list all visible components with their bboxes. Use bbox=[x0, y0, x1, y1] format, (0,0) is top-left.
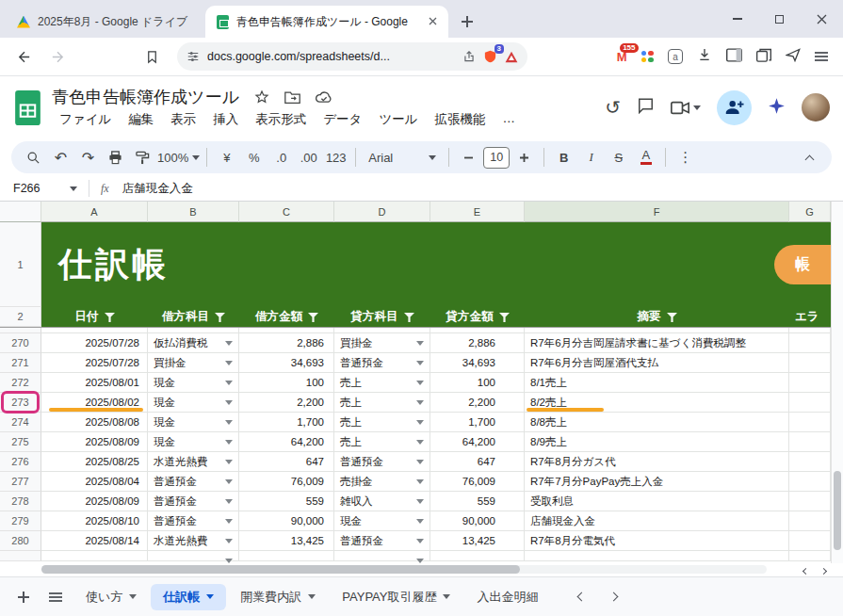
scroll-right-icon[interactable] bbox=[820, 568, 827, 575]
cell-memo[interactable]: R7年7月分PayPay売上入金 bbox=[525, 472, 789, 492]
cell-debit_amount[interactable]: 13,425 bbox=[239, 531, 334, 551]
print-button[interactable] bbox=[103, 145, 128, 170]
cell-credit_account[interactable]: 現金 bbox=[334, 511, 430, 531]
cell-debit_account[interactable]: 仮払消費税 bbox=[148, 333, 239, 353]
filter-icon[interactable] bbox=[404, 313, 414, 322]
cell-credit_amount[interactable]: 64,200 bbox=[430, 432, 525, 452]
share-page-icon[interactable] bbox=[462, 50, 476, 63]
row-number-271[interactable]: 271 bbox=[0, 353, 41, 373]
cell-empty[interactable] bbox=[789, 333, 831, 353]
name-box[interactable]: F266 bbox=[13, 182, 87, 195]
cell-debit_account[interactable]: 現金 bbox=[148, 413, 239, 432]
cell-date[interactable]: 2025/08/01 bbox=[41, 373, 148, 393]
cell-credit_account[interactable]: 売上 bbox=[334, 373, 430, 393]
cell-debit_amount[interactable]: 100 bbox=[239, 373, 334, 393]
italic-button[interactable]: I bbox=[578, 145, 604, 170]
select-all-corner[interactable] bbox=[0, 202, 41, 222]
cell-memo[interactable]: 店舗現金入金 bbox=[525, 511, 789, 531]
cell-memo[interactable]: 8/2売上 bbox=[525, 393, 789, 413]
more-toolbar-button[interactable]: ⋮ bbox=[673, 145, 698, 170]
comments-button[interactable] bbox=[637, 97, 655, 118]
text-color-button[interactable]: A bbox=[633, 145, 658, 170]
table-header-cell-6[interactable]: エラ bbox=[789, 307, 831, 327]
send-button[interactable] bbox=[786, 48, 801, 66]
format-currency-button[interactable]: ¥ bbox=[214, 145, 239, 170]
row-number-273[interactable]: 273 bbox=[0, 393, 41, 413]
sheet-banner[interactable]: 仕訳帳 帳 bbox=[41, 222, 831, 307]
cell-credit_amount[interactable]: 647 bbox=[430, 452, 525, 472]
cell-debit_account[interactable]: 現金 bbox=[148, 432, 239, 452]
gmail-extension-button[interactable]: M 155 bbox=[617, 50, 627, 64]
sheet-tab-4[interactable]: 入出金明細 bbox=[464, 584, 550, 610]
decrease-font-size-button[interactable] bbox=[456, 145, 481, 170]
cell-credit_amount[interactable]: 559 bbox=[430, 492, 525, 511]
close-button[interactable] bbox=[801, 0, 843, 38]
cell-credit_account[interactable]: 売上 bbox=[334, 432, 430, 452]
cell-debit_amount[interactable]: 90,000 bbox=[239, 511, 334, 531]
cell-credit_account[interactable]: 買掛金 bbox=[334, 333, 430, 353]
cell-debit_amount[interactable]: 2,886 bbox=[239, 333, 334, 353]
menu-item-3[interactable]: 挿入 bbox=[205, 109, 246, 130]
cell-date[interactable]: 2025/08/09 bbox=[41, 432, 148, 452]
menu-icon[interactable] bbox=[815, 52, 828, 61]
row-number-275[interactable]: 275 bbox=[0, 432, 41, 452]
bookmarks-button[interactable] bbox=[139, 44, 164, 69]
bold-button[interactable]: B bbox=[551, 145, 576, 170]
vertical-scrollbar[interactable] bbox=[831, 202, 843, 563]
filter-icon[interactable] bbox=[308, 313, 318, 322]
cell-memo[interactable]: 8/1売上 bbox=[525, 373, 789, 393]
table-header-cell-3[interactable]: 貸方科目 bbox=[334, 307, 430, 327]
browser-tab-active[interactable]: 青色申告帳簿作成ツール - Google bbox=[205, 6, 448, 38]
cell-debit_amount[interactable]: 34,693 bbox=[239, 353, 334, 373]
cell-debit_account[interactable]: 現金 bbox=[148, 373, 239, 393]
all-sheets-button[interactable] bbox=[41, 583, 70, 611]
extensions-icon[interactable] bbox=[641, 51, 655, 63]
menu-item-7[interactable]: 拡張機能 bbox=[428, 109, 494, 130]
sheet-tab-3[interactable]: PAYPAY取引履歴 bbox=[330, 584, 462, 610]
column-header-E[interactable]: E bbox=[430, 202, 525, 222]
font-size-input[interactable]: 10 bbox=[483, 147, 510, 169]
filter-icon[interactable] bbox=[667, 313, 677, 322]
column-header-B[interactable]: B bbox=[148, 202, 239, 222]
font-select[interactable]: Arial bbox=[363, 145, 442, 170]
table-header-cell-1[interactable]: 借方科目 bbox=[148, 307, 239, 327]
cell-debit_amount[interactable]: 76,009 bbox=[239, 472, 334, 492]
new-tab-button[interactable] bbox=[454, 8, 480, 35]
cell-credit_account[interactable]: 普通預金 bbox=[334, 531, 430, 551]
cell-empty[interactable] bbox=[789, 511, 831, 531]
cell-memo[interactable]: 8/9売上 bbox=[525, 432, 789, 452]
cell-empty[interactable] bbox=[789, 413, 831, 432]
cell-date[interactable]: 2025/08/02 bbox=[41, 393, 148, 413]
cell-credit_amount[interactable]: 13,425 bbox=[430, 531, 525, 551]
cell-memo[interactable]: 受取利息 bbox=[525, 492, 789, 511]
reader-mode-icon[interactable]: a bbox=[668, 49, 683, 64]
row-number-278[interactable]: 278 bbox=[0, 492, 41, 511]
cell-credit_amount[interactable]: 2,886 bbox=[430, 333, 525, 353]
menu-item-6[interactable]: ツール bbox=[371, 109, 425, 130]
table-header-cell-2[interactable]: 借方金額 bbox=[239, 307, 334, 327]
strikethrough-button[interactable]: S bbox=[606, 145, 631, 170]
format-percent-button[interactable]: % bbox=[241, 145, 267, 170]
next-sheets-icon[interactable] bbox=[609, 592, 619, 602]
row-number-277[interactable]: 277 bbox=[0, 472, 41, 492]
cell-memo[interactable]: 8/8売上 bbox=[525, 413, 789, 432]
row-number-270[interactable]: 270 bbox=[0, 333, 41, 353]
row-number-2[interactable]: 2 bbox=[0, 307, 41, 327]
tab-groups-button[interactable] bbox=[756, 48, 771, 66]
row-number-272[interactable]: 272 bbox=[0, 373, 41, 393]
cell-credit_account[interactable]: 売掛金 bbox=[334, 472, 430, 492]
sheets-logo[interactable] bbox=[15, 90, 41, 125]
add-sheet-button[interactable] bbox=[9, 583, 38, 611]
back-button[interactable] bbox=[11, 44, 36, 69]
cell-date[interactable]: 2025/08/09 bbox=[41, 492, 148, 511]
sheet-tab-0[interactable]: 使い方 bbox=[73, 584, 149, 610]
redo-button[interactable]: ↷ bbox=[75, 145, 101, 170]
sidebar-button[interactable] bbox=[726, 48, 742, 66]
cell-debit_account[interactable]: 買掛金 bbox=[148, 353, 239, 373]
cell-memo[interactable]: R7年8月分電気代 bbox=[525, 531, 789, 551]
avatar[interactable] bbox=[802, 93, 830, 122]
cell-debit_account[interactable]: 水道光熱費 bbox=[148, 531, 239, 551]
scroll-left-icon[interactable] bbox=[802, 568, 809, 575]
cell-debit_amount[interactable]: 1,700 bbox=[239, 413, 334, 432]
cell-date[interactable]: 2025/07/28 bbox=[41, 333, 148, 353]
